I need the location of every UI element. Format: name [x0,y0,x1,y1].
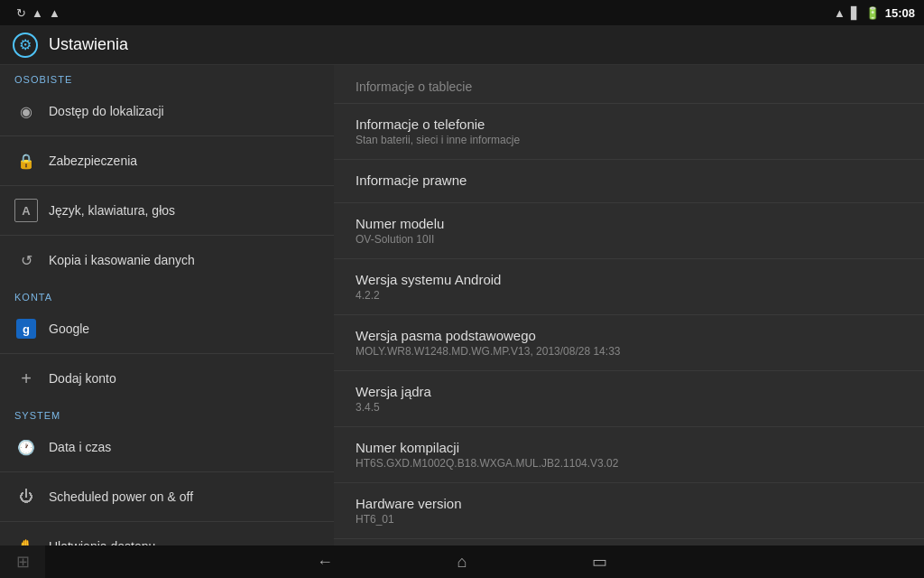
accessibility-icon: ✋ [14,535,38,545]
sidebar-item-label: Zabezpieczenia [49,154,137,168]
content-item-wersja-android: Wersja systemu Android 4.2.2 [334,259,924,315]
divider [0,135,334,136]
sidebar-item-label: Ułatwienia dostępu [49,539,155,545]
signal-icon: ▋ [851,6,860,20]
sidebar-item-dodaj[interactable]: + Dodaj konto [0,356,334,401]
content-item-info-telefon[interactable]: Informacje o telefonie Stan baterii, sie… [334,104,924,160]
sidebar: OSOBISTE ◉ Dostęp do lokalizacji 🔒 Zabez… [0,65,334,545]
top-bar: ⚙ Ustawienia [0,25,924,65]
divider [0,353,334,354]
content-item-title: Wersja systemu Android [356,272,902,287]
content-item-subtitle: 4.2.2 [356,289,902,302]
section-header-osobiste: OSOBISTE [0,65,334,89]
content-panel: Informacje o tablecie Informacje o telef… [334,65,924,545]
bottom-bar: ⊞ ← ⌂ ▭ [0,545,924,578]
sidebar-item-data[interactable]: 🕐 Data i czas [0,424,334,470]
zabezpieczenia-icon: 🔒 [14,149,38,172]
sidebar-item-zabezpieczenia[interactable]: 🔒 Zabezpieczenia [0,138,334,183]
settings-icon: ⚙ [13,33,38,58]
sidebar-item-label: Język, klawiatura, głos [49,203,175,218]
sidebar-item-kopia[interactable]: ↺ Kopia i kasowanie danych [0,238,334,283]
kopia-icon: ↺ [14,248,38,272]
jezyk-icon: A [14,199,38,222]
status-time: 15:08 [885,6,915,20]
google-icon: g [14,317,38,340]
divider [0,471,334,472]
power-icon: ⏻ [14,485,38,508]
content-item-info-prawne[interactable]: Informacje prawne [334,160,924,203]
status-bar-left: ↻ ▲ ▲ [9,6,828,20]
content-item-title: Wersja jądra [356,384,902,399]
content-item-title: Informacje prawne [356,172,902,188]
content-item-wersja-jadra: Wersja jądra 3.4.5 [334,371,924,427]
content-item-subtitle: OV-Solution 10II [356,233,902,246]
status-icon-1: ↻ [16,6,26,20]
content-item-title: Hardware version [356,496,902,511]
sidebar-item-label: Google [49,322,89,336]
content-item-numer-kompilacji: Numer kompilacji HT6S.GXD.M1002Q.B18.WXG… [334,427,924,483]
content-item-subtitle: HT6_01 [356,513,902,526]
divider [0,185,334,186]
divider [0,235,334,236]
content-item-title: Numer kompilacji [356,440,902,455]
content-item-hardware-version: Hardware version HT6_01 [334,483,924,539]
back-button[interactable]: ← [310,547,339,576]
content-item-subtitle: MOLY.WR8.W1248.MD.WG.MP.V13, 2013/08/28 … [356,345,902,358]
sidebar-item-jezyk[interactable]: A Język, klawiatura, głos [0,188,334,233]
sidebar-item-label: Dostęp do lokalizacji [49,104,164,118]
content-item-title: Wersja pasma podstawowego [356,328,902,343]
add-icon: + [14,367,38,390]
sidebar-item-label: Data i czas [49,440,111,454]
content-item-title: Informacje o telefonie [356,117,902,132]
sidebar-item-google[interactable]: g Google [0,306,334,351]
status-bar: ↻ ▲ ▲ ▲ ▋ 🔋 15:08 [0,0,924,25]
sidebar-item-lokalizacji[interactable]: ◉ Dostęp do lokalizacji [0,89,334,134]
sidebar-item-label: Scheduled power on & off [49,489,193,504]
content-section-title: Informacje o tablecie [334,65,924,103]
sidebar-item-label: Kopia i kasowanie danych [49,253,195,267]
status-icon-2: ▲ [32,6,43,20]
divider [0,521,334,522]
sidebar-item-ulatwienia[interactable]: ✋ Ułatwienia dostępu [0,524,334,545]
content-item-title: Numer modelu [356,216,902,231]
recent-button[interactable]: ▭ [585,547,614,576]
sidebar-item-scheduled[interactable]: ⏻ Scheduled power on & off [0,474,334,519]
home-button[interactable]: ⌂ [448,547,476,576]
wifi-icon: ▲ [834,6,845,20]
content-item-subtitle: 3.4.5 [356,401,902,414]
sidebar-item-label: Dodaj konto [49,371,116,386]
clock-icon: 🕐 [14,435,38,459]
section-header-konta: KONTA [0,283,334,306]
grid-icon[interactable]: ⊞ [0,545,45,578]
content-item-wersja-pasma: Wersja pasma podstawowego MOLY.WR8.W1248… [334,315,924,371]
main-layout: OSOBISTE ◉ Dostęp do lokalizacji 🔒 Zabez… [0,65,924,545]
battery-icon: 🔋 [865,6,880,20]
content-item-subtitle: Stan baterii, sieci i inne informacje [356,134,902,146]
content-item-subtitle: HT6S.GXD.M1002Q.B18.WXGA.MUL.JB2.1104.V3… [356,457,902,470]
status-icon-3: ▲ [49,6,60,20]
lokalizacji-icon: ◉ [14,99,38,123]
section-header-system: SYSTEM [0,401,334,424]
content-item-numer-modelu: Numer modelu OV-Solution 10II [334,203,924,259]
page-title: Ustawienia [49,35,128,54]
